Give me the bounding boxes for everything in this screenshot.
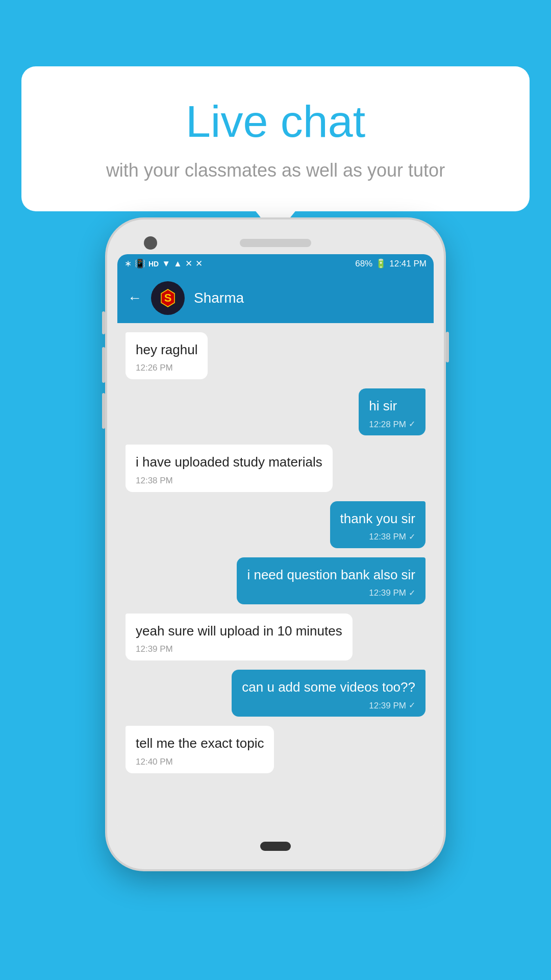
callout-title: Live chat — [57, 97, 494, 146]
contact-name: Sharma — [194, 290, 244, 306]
phone-screen: ∗ 📳 HD ▼ ▲ ✕ ✕ 68% 🔋 12:41 PM ← — [117, 254, 434, 834]
message-time: 12:39 PM✓ — [242, 700, 415, 712]
read-receipt-icon: ✓ — [409, 700, 415, 711]
message-text: i have uploaded study materials — [136, 453, 322, 471]
network-x2-icon: ✕ — [195, 258, 203, 269]
speaker-icon — [240, 239, 311, 247]
chat-body: hey raghul12:26 PMhi sir12:28 PM✓i have … — [117, 323, 434, 834]
message-time: 12:28 PM✓ — [369, 419, 415, 431]
message-text: hey raghul — [136, 340, 197, 359]
volume-down-button — [102, 347, 105, 383]
message-row: yeah sure will upload in 10 minutes12:39… — [126, 614, 425, 660]
message-bubble: yeah sure will upload in 10 minutes12:39… — [126, 614, 353, 660]
signal-icon: ▲ — [173, 259, 182, 269]
message-text: yeah sure will upload in 10 minutes — [136, 622, 342, 640]
message-text: hi sir — [369, 397, 415, 415]
message-bubble: i need question bank also sir12:39 PM✓ — [237, 557, 425, 604]
front-camera-icon — [144, 236, 157, 250]
battery-icon: 🔋 — [375, 258, 386, 269]
message-row: hi sir12:28 PM✓ — [126, 388, 425, 435]
power-button — [446, 332, 449, 362]
superman-logo-icon: S — [155, 285, 181, 311]
phone-top-bar — [117, 230, 434, 254]
message-text: tell me the exact topic — [136, 734, 264, 752]
home-button[interactable] — [260, 842, 291, 851]
callout-card: Live chat with your classmates as well a… — [21, 66, 530, 211]
volume-up-button — [102, 311, 105, 334]
message-text: thank you sir — [340, 509, 415, 528]
message-row: i have uploaded study materials12:38 PM — [126, 445, 425, 492]
read-receipt-icon: ✓ — [409, 531, 415, 543]
network-x-icon: ✕ — [185, 258, 192, 269]
avatar: S — [151, 281, 185, 315]
status-left-icons: ∗ 📳 HD ▼ ▲ ✕ ✕ — [124, 258, 203, 269]
callout-subtitle: with your classmates as well as your tut… — [57, 158, 494, 183]
message-time: 12:38 PM✓ — [340, 531, 415, 543]
message-bubble: i have uploaded study materials12:38 PM — [126, 445, 333, 492]
message-row: can u add some videos too??12:39 PM✓ — [126, 670, 425, 717]
svg-text:S: S — [164, 291, 172, 304]
vibrate-icon: 📳 — [135, 258, 145, 269]
message-time: 12:26 PM — [136, 362, 197, 374]
chat-header: ← S Sharma — [117, 273, 434, 323]
hd-icon: HD — [148, 260, 159, 268]
message-row: tell me the exact topic12:40 PM — [126, 726, 425, 773]
read-receipt-icon: ✓ — [409, 587, 415, 599]
battery-percent: 68% — [355, 259, 372, 269]
wifi-icon: ▼ — [162, 259, 170, 269]
message-bubble: tell me the exact topic12:40 PM — [126, 726, 274, 773]
message-time: 12:39 PM✓ — [247, 587, 415, 599]
silent-button — [102, 393, 105, 429]
bluetooth-icon: ∗ — [124, 258, 132, 269]
back-button[interactable]: ← — [128, 290, 142, 306]
status-right-info: 68% 🔋 12:41 PM — [355, 258, 427, 269]
phone-mockup: ∗ 📳 HD ▼ ▲ ✕ ✕ 68% 🔋 12:41 PM ← — [107, 219, 444, 869]
read-receipt-icon: ✓ — [409, 419, 415, 430]
message-bubble: can u add some videos too??12:39 PM✓ — [232, 670, 425, 717]
status-bar: ∗ 📳 HD ▼ ▲ ✕ ✕ 68% 🔋 12:41 PM — [117, 254, 434, 273]
clock: 12:41 PM — [389, 259, 427, 269]
message-row: hey raghul12:26 PM — [126, 332, 425, 379]
message-bubble: hi sir12:28 PM✓ — [359, 388, 425, 435]
message-text: can u add some videos too?? — [242, 678, 415, 696]
message-bubble: thank you sir12:38 PM✓ — [330, 501, 425, 548]
message-time: 12:39 PM — [136, 643, 342, 655]
message-text: i need question bank also sir — [247, 566, 415, 584]
phone-outer: ∗ 📳 HD ▼ ▲ ✕ ✕ 68% 🔋 12:41 PM ← — [107, 219, 444, 869]
message-bubble: hey raghul12:26 PM — [126, 332, 208, 379]
message-time: 12:40 PM — [136, 756, 264, 768]
message-row: thank you sir12:38 PM✓ — [126, 501, 425, 548]
message-row: i need question bank also sir12:39 PM✓ — [126, 557, 425, 604]
message-time: 12:38 PM — [136, 475, 322, 487]
